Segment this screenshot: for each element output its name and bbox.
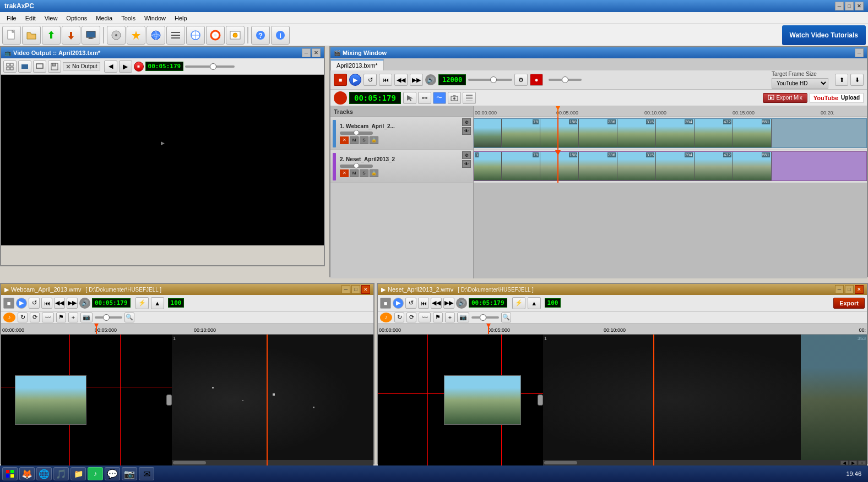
s2-right-handle[interactable]	[538, 395, 543, 406]
s2-zoom-btn[interactable]: 🔍	[501, 313, 511, 322]
s1-tool1[interactable]: ⚡	[135, 297, 149, 309]
taskbar-media[interactable]: 🎵	[53, 467, 69, 480]
menu-tools[interactable]: Tools	[117, 14, 140, 23]
monitor-button[interactable]	[82, 26, 100, 45]
mix-upload-icon-btn[interactable]: ⬆	[835, 74, 848, 86]
vo-save-btn[interactable]	[48, 61, 61, 73]
help-question-button[interactable]: ?	[251, 26, 270, 45]
video-output-close[interactable]: ✕	[312, 48, 321, 57]
source2-maximize[interactable]: □	[845, 285, 854, 294]
taskbar-chat[interactable]: 💬	[105, 467, 120, 480]
photo-button[interactable]	[226, 26, 245, 45]
lifesaver-button[interactable]	[206, 26, 225, 45]
s1-audio-btn[interactable]: ♪	[3, 313, 15, 322]
watch-video-button[interactable]: Watch Video Tutorials	[782, 25, 866, 45]
mix-play-btn[interactable]: ▶	[349, 74, 361, 86]
new-button[interactable]	[2, 26, 21, 45]
taskbar-mail[interactable]: ✉	[139, 467, 154, 480]
mix-prev-btn[interactable]: ⏮	[379, 74, 392, 86]
mix-record-circle[interactable]	[334, 91, 347, 105]
frame-size-select[interactable]: YouTube HD	[772, 78, 828, 89]
track1-eye-btn[interactable]: 👁	[462, 127, 471, 135]
menu-edit[interactable]: Edit	[21, 14, 40, 23]
s2-fwd-btn[interactable]: ▶▶	[443, 298, 454, 309]
track2-eye-btn[interactable]: 👁	[462, 160, 471, 168]
mix-settings-btn[interactable]: ⚙	[514, 74, 528, 86]
vo-aspect-btn[interactable]	[33, 61, 46, 73]
track1-settings-btn[interactable]: ⚙	[462, 118, 471, 126]
mix-connect-btn[interactable]	[418, 92, 431, 104]
mix-loop-btn[interactable]: ↺	[364, 74, 377, 86]
s1-photo-btn[interactable]: 📷	[80, 313, 93, 322]
source2-close[interactable]: ✕	[855, 285, 864, 294]
s1-right-handle[interactable]	[166, 395, 172, 406]
s2-stop-btn[interactable]: ■	[380, 298, 391, 309]
mix-camera-btn[interactable]	[448, 92, 461, 104]
track2-settings-btn[interactable]: ⚙	[462, 151, 471, 159]
s1-zoom-btn[interactable]: 🔍	[124, 313, 134, 322]
track1-solo-btn[interactable]: S	[360, 136, 368, 144]
export-button[interactable]	[62, 26, 80, 45]
s1-play-btn[interactable]: ▶	[16, 298, 27, 309]
menu-file[interactable]: File	[2, 14, 21, 23]
track2-lock-btn[interactable]: 🔒	[370, 169, 378, 177]
mix-download-icon-btn[interactable]: ⬇	[850, 74, 864, 86]
track1-timeline-row[interactable]: 1 79 158	[474, 117, 867, 150]
s1-tool2[interactable]: ▲	[151, 297, 164, 309]
disc-button[interactable]	[107, 26, 126, 45]
track1-clip[interactable]: 1 79 158	[474, 118, 867, 148]
track2-solo-btn[interactable]: S	[360, 169, 368, 177]
taskbar-camera[interactable]: 📷	[122, 467, 137, 480]
vo-stop-btn[interactable]: ■	[134, 62, 144, 72]
source1-maximize[interactable]: □	[351, 285, 360, 294]
s2-add-btn[interactable]: +	[445, 313, 455, 322]
s2-scroll-thumb[interactable]	[544, 461, 577, 464]
source1-timeline[interactable]: 1	[172, 335, 373, 465]
track2-clip[interactable]: 1 79 158 23	[474, 151, 867, 181]
s2-audio-btn[interactable]: ♪	[380, 313, 392, 322]
s2-zoom-slider[interactable]	[471, 316, 499, 319]
s1-stop-btn[interactable]: ■	[3, 298, 14, 309]
s2-photo-btn[interactable]: 📷	[457, 313, 469, 322]
source2-timeline[interactable]: 1 353 ◀ ▶ +	[543, 335, 867, 465]
s2-marker-btn[interactable]: ⚑	[433, 313, 443, 322]
mix-fwd-btn[interactable]: ▶▶	[410, 74, 423, 86]
s2-loop-btn[interactable]: ↺	[405, 298, 416, 309]
s1-scrollbar[interactable]	[172, 460, 373, 465]
taskbar-spotify[interactable]: ♪	[88, 467, 103, 480]
track1-lock-btn[interactable]: 🔒	[370, 136, 378, 144]
s2-scroll-left[interactable]: ◀	[840, 461, 848, 465]
track2-mute-btn[interactable]: M	[350, 169, 359, 177]
mix-select-btn[interactable]	[403, 92, 416, 104]
s2-play-btn[interactable]: ▶	[393, 298, 404, 309]
track2-timeline-row[interactable]: 1 79 158 23	[474, 150, 867, 183]
open-button[interactable]	[22, 26, 41, 45]
s2-prev-btn[interactable]: ⏮	[418, 298, 429, 309]
info-button[interactable]: i	[271, 26, 290, 45]
s1-back-btn[interactable]: ◀◀	[54, 298, 65, 309]
s1-zoom-slider[interactable]	[95, 316, 122, 319]
list-button[interactable]	[166, 26, 185, 45]
menu-window[interactable]: Window	[140, 14, 170, 23]
s1-fwd-btn[interactable]: ▶▶	[67, 298, 78, 309]
taskbar-start[interactable]	[2, 467, 18, 480]
mix-extra-slider[interactable]	[549, 79, 582, 81]
s2-tool1[interactable]: ⚡	[512, 297, 525, 309]
mix-record-btn[interactable]: ●	[530, 74, 543, 86]
s1-waveform-btn[interactable]: 〰	[42, 313, 54, 322]
menu-view[interactable]: View	[40, 14, 62, 23]
star-button[interactable]	[127, 26, 145, 45]
s2-scroll-right[interactable]: ▶	[849, 461, 857, 465]
source2-minimize[interactable]: ─	[835, 285, 844, 294]
track2-x-btn[interactable]: ✕	[340, 169, 349, 177]
vo-play-btn[interactable]: ▶	[119, 61, 132, 73]
vo-chevron-btn[interactable]: ◀	[104, 61, 117, 73]
s1-refresh-btn[interactable]: ↻	[18, 313, 28, 322]
s1-refresh2-btn[interactable]: ⟳	[30, 313, 40, 322]
mixing-minimize[interactable]: ─	[855, 48, 864, 57]
s2-scrollbar[interactable]: ◀ ▶ +	[543, 460, 867, 465]
source1-minimize[interactable]: ─	[341, 285, 350, 294]
export-mix-button[interactable]: Export Mix	[763, 93, 807, 103]
mix-stop-btn[interactable]: ■	[334, 74, 347, 86]
track1-mute-btn[interactable]: M	[350, 136, 359, 144]
